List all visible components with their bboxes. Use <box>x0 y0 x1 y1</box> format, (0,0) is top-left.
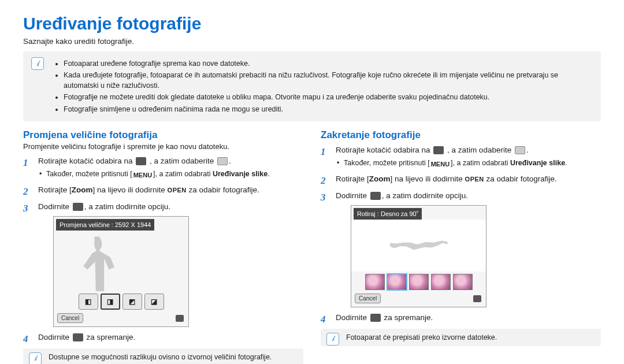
rotate-heading: Zakretanje fotografije <box>321 129 601 141</box>
rotate-step-3: Dodirnite , a zatim dodirnite opciju. Ro… <box>321 190 601 308</box>
info-band: 𝒊 Fotoaparat uređene fotografije sprema … <box>23 51 601 121</box>
resize-step-2: Rotirajte [Zoom] na lijevo ili dodirnite… <box>23 184 303 196</box>
resize-step-4: Dodirnite za spremanje. <box>23 332 303 343</box>
info-item: Fotografije snimljene u određenim načini… <box>64 104 594 114</box>
menu-button-icon: MENU <box>430 159 451 169</box>
note-icon: 𝒊 <box>31 57 44 70</box>
resize-subhead: Promjenite veličinu fotografije i spremi… <box>23 142 303 151</box>
info-item: Fotoaparat uređene fotografije sprema ka… <box>64 58 594 69</box>
sample-silhouette-icon <box>390 234 448 257</box>
resize-step-1-note: Također, možete pritisnuti [MENU], a zat… <box>38 169 303 180</box>
resize-heading: Promjena veličine fotografija <box>23 129 303 141</box>
rotate-note: 𝒊 Fotoaparat će prepisati preko izvorne … <box>321 329 601 346</box>
note-icon: 𝒊 <box>326 333 339 346</box>
rotate-option-thumb[interactable] <box>409 274 429 290</box>
menu-button-icon: MENU <box>132 170 153 180</box>
step-text: , a zatim odaberite <box>150 157 216 165</box>
resize-option-row: ◧ ◨ ◩ ◪ <box>54 291 188 312</box>
save-icon[interactable] <box>176 315 184 322</box>
cancel-button[interactable]: Cancel <box>355 294 381 303</box>
mode-dial-icon <box>136 157 146 165</box>
rotate-tool-icon <box>370 192 381 200</box>
right-column: Zakretanje fotografije Rotirajte kotačić… <box>321 129 601 364</box>
rotate-step-2: Rotirajte [Zoom] na lijevo ili dodirnite… <box>321 173 601 185</box>
rotate-thumb-row <box>351 272 486 292</box>
screenshot-caption: Promjena veličine : 2592 X 1944 <box>56 219 154 231</box>
screenshot-caption: Rotiraj : Desno za 90˚ <box>354 208 422 220</box>
note-icon: 𝒊 <box>29 352 42 364</box>
left-column: Promjena veličine fotografija Promjenite… <box>23 129 303 364</box>
rotate-option-thumb[interactable] <box>453 274 473 290</box>
cancel-button[interactable]: Cancel <box>57 313 83 323</box>
rotate-option-thumb[interactable] <box>431 274 451 290</box>
mode-dial-icon <box>433 146 444 154</box>
resize-option-button[interactable]: ◪ <box>144 294 164 310</box>
info-item: Kada uređujete fotografije, fotoaparat ć… <box>64 70 594 91</box>
rotate-option-thumb[interactable] <box>387 274 407 290</box>
save-icon[interactable] <box>473 295 481 302</box>
resize-note: 𝒊 Dostupne se mogućnosti razlikuju ovisn… <box>23 348 303 364</box>
resize-step-3: Dodirnite , a zatim dodirnite opciju. Pr… <box>23 201 303 328</box>
edit-icon <box>515 146 525 154</box>
rotate-option-thumb[interactable] <box>365 274 385 290</box>
resize-option-button[interactable]: ◨ <box>101 294 120 310</box>
info-item: Fotografije ne možete urediti dok gledat… <box>64 92 594 102</box>
save-icon <box>73 333 83 341</box>
resize-tool-icon <box>73 203 83 211</box>
page-lead: Saznajte kako urediti fotografije. <box>23 37 601 46</box>
rotate-step-4: Dodirnite za spremanje. <box>321 312 601 324</box>
rotate-step-1: Rotirajte kotačić odabira na , a zatim o… <box>321 144 601 169</box>
edit-icon <box>217 157 228 165</box>
resize-option-button[interactable]: ◩ <box>122 294 142 310</box>
resize-option-button[interactable]: ◧ <box>79 294 98 310</box>
page-title: Uređivanje fotografije <box>23 14 601 34</box>
rotate-screenshot: Rotiraj : Desno za 90˚ Cancel <box>351 205 486 308</box>
save-icon <box>370 314 381 322</box>
rotate-step-1-note: Također, možete pritisnuti [MENU], a zat… <box>336 158 601 169</box>
step-text: Rotirajte kotačić odabira na <box>38 157 135 165</box>
sample-silhouette-icon <box>83 236 117 291</box>
resize-step-1: Rotirajte kotačić odabira na , a zatim o… <box>23 155 303 180</box>
resize-screenshot: Promjena veličine : 2592 X 1944 ◧ ◨ ◩ ◪ … <box>53 216 189 328</box>
